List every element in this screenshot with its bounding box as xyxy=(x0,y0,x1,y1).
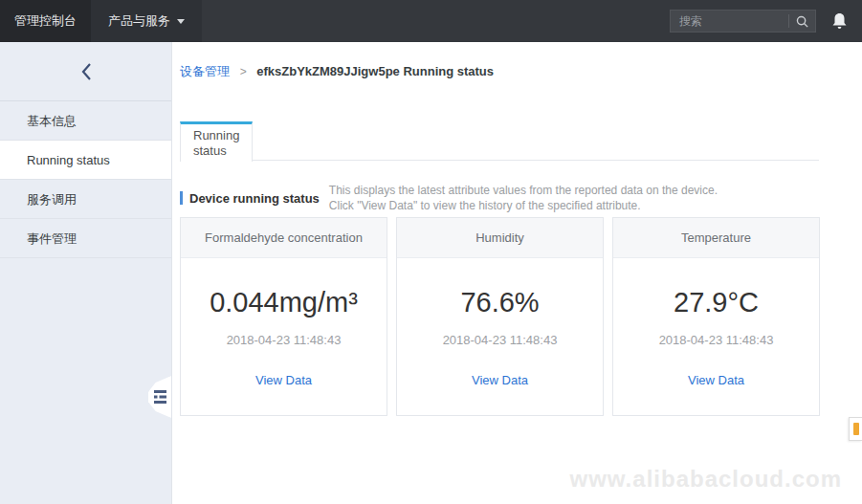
feedback-icon xyxy=(853,423,859,435)
card-timestamp: 2018-04-23 11:48:43 xyxy=(181,333,387,347)
card-value: 76.6% xyxy=(397,286,603,318)
search-input[interactable] xyxy=(671,14,788,28)
topbar: 管理控制台 产品与服务 xyxy=(0,0,862,42)
products-services-menu[interactable]: 产品与服务 xyxy=(91,0,202,42)
sidebar: 基本信息 Running status 服务调用 事件管理 xyxy=(0,42,172,504)
card-timestamp: 2018-04-23 11:48:43 xyxy=(397,333,603,347)
section-description-line1: This displays the latest attribute value… xyxy=(329,183,718,198)
watermark: www.alibabacloud.com xyxy=(570,466,843,493)
feedback-button[interactable] xyxy=(849,417,862,441)
card-value: 27.9°C xyxy=(613,286,819,318)
search-icon xyxy=(795,14,809,29)
search-button[interactable] xyxy=(789,11,815,32)
card-title: Humidity xyxy=(397,218,603,258)
card-formaldehyde: Formaldehyde concentration 0.044mg/m³ 20… xyxy=(180,217,387,416)
breadcrumb-current-device: efksZbYkZM89JJigw5pe Running status xyxy=(256,64,494,78)
sidebar-item-running-status[interactable]: Running status xyxy=(0,141,171,180)
console-home-link[interactable]: 管理控制台 xyxy=(0,0,91,42)
view-data-link[interactable]: View Data xyxy=(255,373,312,387)
view-data-link[interactable]: View Data xyxy=(472,373,528,387)
card-body: 76.6% 2018-04-23 11:48:43 View Data xyxy=(397,286,603,388)
chevron-down-icon xyxy=(177,19,185,24)
card-timestamp: 2018-04-23 11:48:43 xyxy=(613,333,819,347)
card-title: Temperature xyxy=(613,218,819,258)
notifications-bell-icon[interactable] xyxy=(829,11,850,32)
card-body: 0.044mg/m³ 2018-04-23 11:48:43 View Data xyxy=(181,286,387,388)
breadcrumb-separator: > xyxy=(240,65,247,78)
breadcrumb-device-management-link[interactable]: 设备管理 xyxy=(180,64,230,78)
sidebar-item-service-invocation[interactable]: 服务调用 xyxy=(0,180,171,219)
chevron-left-icon xyxy=(80,62,92,81)
sidebar-item-basic-info[interactable]: 基本信息 xyxy=(0,101,171,141)
view-data-link[interactable]: View Data xyxy=(688,373,744,387)
card-title: Formaldehyde concentration xyxy=(181,218,387,258)
card-temperature: Temperature 27.9°C 2018-04-23 11:48:43 V… xyxy=(612,217,820,416)
card-humidity: Humidity 76.6% 2018-04-23 11:48:43 View … xyxy=(396,217,604,416)
sidebar-collapse-button[interactable] xyxy=(0,42,171,101)
section-title: Device running status xyxy=(189,191,320,206)
card-value: 0.044mg/m³ xyxy=(181,286,387,318)
tab-bar: Running status xyxy=(180,121,819,161)
sidebar-item-event-management[interactable]: 事件管理 xyxy=(0,219,171,258)
sidebar-toggle-handle[interactable] xyxy=(148,376,171,418)
section-description-line2: Click "View Data" to view the history of… xyxy=(329,198,718,213)
list-icon xyxy=(154,390,166,404)
section-description: This displays the latest attribute value… xyxy=(329,183,718,213)
attribute-cards: Formaldehyde concentration 0.044mg/m³ 20… xyxy=(180,217,820,416)
products-services-label: 产品与服务 xyxy=(108,12,170,30)
card-body: 27.9°C 2018-04-23 11:48:43 View Data xyxy=(613,286,819,388)
tab-running-status[interactable]: Running status xyxy=(180,121,253,162)
section-header: Device running status This displays the … xyxy=(180,183,718,213)
search-box xyxy=(670,10,816,33)
section-accent-bar xyxy=(180,191,183,205)
main-content: 设备管理 > efksZbYkZM89JJigw5pe Running stat… xyxy=(172,42,862,504)
breadcrumb: 设备管理 > efksZbYkZM89JJigw5pe Running stat… xyxy=(180,63,494,80)
console-screen: 管理控制台 产品与服务 xyxy=(0,0,862,504)
sidebar-nav: 基本信息 Running status 服务调用 事件管理 xyxy=(0,101,171,258)
